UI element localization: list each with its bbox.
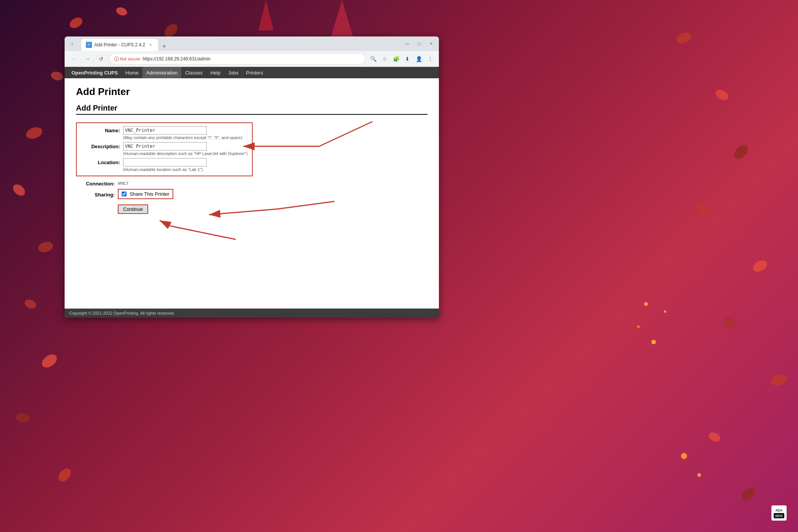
svg-marker-20: [258, 0, 274, 30]
connection-row: Connection: vnc:/: [76, 179, 428, 187]
cups-navigation: OpenPrinting CUPS Home Administration Cl…: [65, 67, 439, 78]
svg-text:DEVS: DEVS: [775, 515, 782, 517]
nav-home[interactable]: Home: [122, 67, 142, 78]
extensions-button[interactable]: 🧩: [391, 54, 401, 64]
svg-point-4: [25, 125, 44, 141]
bookmark-button[interactable]: ☆: [380, 54, 390, 64]
cups-brand: OpenPrinting CUPS: [68, 70, 122, 76]
svg-point-9: [15, 412, 30, 424]
minimize-button[interactable]: —: [402, 39, 412, 48]
xda-watermark: XDA DEVS: [771, 505, 787, 521]
not-secure-text: Not secure: [120, 57, 140, 61]
profile-button[interactable]: 👤: [414, 54, 424, 64]
sharing-label: Sharing:: [76, 190, 118, 198]
nav-administration[interactable]: Administration: [142, 67, 181, 78]
description-hint: (Human-readable description such as "HP …: [123, 151, 247, 156]
tab-list-button[interactable]: ‹: [68, 39, 77, 48]
location-input[interactable]: [123, 158, 207, 166]
page-footer: Copyright © 2021-2022 OpenPrinting. All …: [65, 309, 439, 318]
svg-point-14: [696, 203, 710, 215]
location-label: Location:: [81, 158, 123, 172]
connection-value: vnc:/: [118, 180, 128, 186]
svg-marker-21: [331, 0, 353, 38]
svg-point-13: [732, 142, 751, 162]
name-field-group: (May contain any printable characters ex…: [123, 126, 242, 140]
svg-point-5: [11, 182, 27, 198]
tab-favicon: P: [86, 42, 92, 48]
warning-icon: !: [114, 57, 119, 61]
description-input[interactable]: [123, 142, 207, 150]
connection-label: Connection:: [76, 179, 118, 187]
svg-point-1: [115, 6, 128, 17]
svg-point-26: [681, 453, 687, 459]
xda-logo: XDA DEVS: [771, 505, 787, 521]
svg-point-25: [651, 340, 656, 344]
new-tab-button[interactable]: +: [160, 42, 169, 51]
description-label: Description:: [81, 142, 123, 156]
tab-title: Add Printer - CUPS 2.4.2: [94, 42, 145, 48]
window-controls: — □ ×: [402, 39, 436, 48]
svg-point-6: [37, 240, 54, 253]
svg-point-0: [68, 16, 84, 30]
nav-printers[interactable]: Printers: [242, 67, 267, 78]
page-heading: Add Printer: [76, 86, 428, 98]
location-field-group: (Human-readable location such as "Lab 1"…: [123, 158, 207, 172]
description-field-group: (Human-readable description such as "HP …: [123, 142, 247, 156]
svg-text:!: !: [116, 57, 117, 61]
address-bar: ← → ↺ ! Not secure https://192.168.29.24…: [65, 51, 439, 67]
maximize-button[interactable]: □: [415, 39, 424, 48]
continue-section: Continue: [76, 202, 428, 214]
svg-point-15: [751, 258, 769, 274]
svg-point-11: [675, 31, 693, 45]
not-secure-indicator: ! Not secure: [114, 57, 140, 61]
share-checkbox-label[interactable]: Share This Printer: [130, 191, 169, 197]
close-button[interactable]: ×: [427, 39, 436, 48]
reload-button[interactable]: ↺: [96, 54, 106, 64]
location-row: Location: (Human-readable location such …: [81, 158, 247, 172]
svg-point-24: [637, 325, 640, 328]
share-checkbox[interactable]: [122, 192, 127, 196]
back-button[interactable]: ←: [68, 54, 79, 64]
tab-close-button[interactable]: ×: [147, 42, 154, 48]
url-text: https://192.168.29.246:631/admin: [142, 56, 360, 62]
name-row: Name: (May contain any printable charact…: [81, 126, 247, 140]
address-bar-icons: 🔍 ☆ 🧩 ⬇ 👤 ⋮: [368, 54, 435, 64]
svg-point-12: [714, 88, 730, 103]
search-icon-button[interactable]: 🔍: [368, 54, 378, 64]
svg-point-10: [56, 466, 73, 484]
download-button[interactable]: ⬇: [402, 54, 412, 64]
svg-point-8: [40, 352, 59, 370]
nav-help[interactable]: Help: [206, 67, 224, 78]
nav-classes[interactable]: Classes: [181, 67, 206, 78]
section-heading: Add Printer: [76, 104, 428, 115]
copyright-text: Copyright © 2021-2022 OpenPrinting. All …: [69, 311, 175, 315]
location-hint: (Human-readable location such as "Lab 1"…: [123, 167, 207, 172]
url-bar[interactable]: ! Not secure https://192.168.29.246:631/…: [109, 53, 365, 65]
form-fields-group: Name: (May contain any printable charact…: [76, 122, 253, 176]
svg-point-3: [50, 70, 64, 82]
name-hint: (May contain any printable characters ex…: [123, 135, 242, 140]
svg-point-17: [770, 373, 788, 387]
name-input[interactable]: [123, 126, 207, 135]
svg-text:XDA: XDA: [775, 508, 783, 512]
page-content: Add Printer Add Printer Name: (May conta…: [65, 78, 439, 309]
svg-point-23: [664, 310, 666, 313]
svg-point-22: [644, 302, 648, 306]
browser-window: ‹ P Add Printer - CUPS 2.4.2 × + — □ × ←…: [65, 36, 439, 318]
name-label: Name:: [81, 126, 123, 140]
continue-button[interactable]: Continue: [118, 204, 148, 214]
nav-jobs[interactable]: Jobs: [224, 67, 242, 78]
svg-point-19: [739, 485, 757, 503]
svg-point-27: [697, 473, 701, 477]
sharing-row: Sharing: Share This Printer: [76, 189, 428, 199]
title-bar: ‹ P Add Printer - CUPS 2.4.2 × + — □ ×: [65, 36, 439, 51]
svg-point-7: [23, 298, 38, 310]
svg-point-16: [721, 315, 738, 331]
browser-tab[interactable]: P Add Printer - CUPS 2.4.2 ×: [81, 39, 158, 51]
forward-button[interactable]: →: [82, 54, 93, 64]
svg-point-18: [707, 431, 722, 443]
description-row: Description: (Human-readable description…: [81, 142, 247, 156]
menu-button[interactable]: ⋮: [425, 54, 435, 64]
sharing-section: Share This Printer: [118, 189, 173, 199]
